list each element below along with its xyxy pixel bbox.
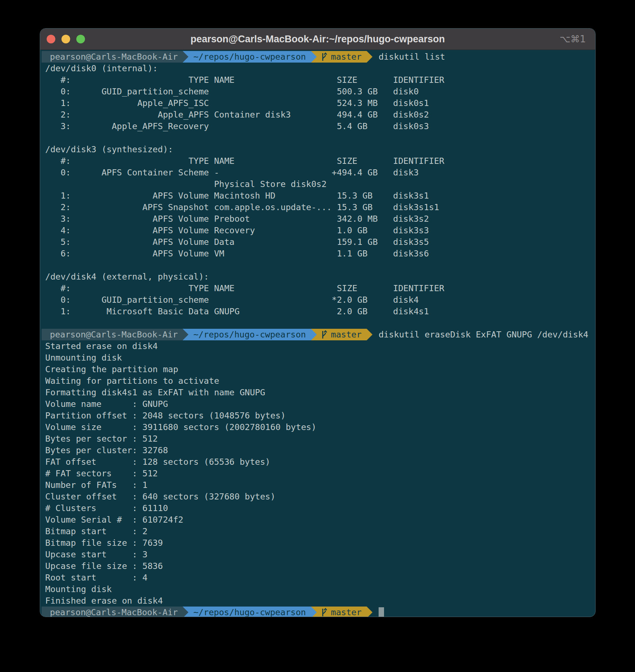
powerline-arrow-icon	[311, 607, 317, 617]
window-shortcut-badge: ⌥⌘1	[559, 29, 586, 50]
command-text: diskutil eraseDisk ExFAT GNUPG /dev/disk…	[372, 329, 588, 340]
prompt-cwd: ~/repos/hugo-cwpearson	[188, 51, 311, 63]
prompt-git-branch: master	[331, 607, 362, 617]
prompt-cwd: ~/repos/hugo-cwpearson	[188, 607, 311, 617]
erase-disk-output: Started erase on disk4 Unmounting disk C…	[45, 340, 595, 607]
prompt-git-branch: master	[331, 329, 362, 340]
terminal-cursor	[379, 607, 384, 617]
terminal-content[interactable]: pearson@Carls-MacBook-Air ~/repos/hugo-c…	[40, 50, 595, 617]
powerline-arrow-icon	[311, 51, 317, 63]
powerline-arrow-icon	[367, 329, 372, 340]
powerline-arrow-icon	[311, 329, 317, 340]
diskutil-list-output: /dev/disk0 (internal): #: TYPE NAME SIZE…	[45, 63, 595, 317]
git-branch-icon	[320, 52, 328, 61]
titlebar[interactable]: pearson@Carls-MacBook-Air:~/repos/hugo-c…	[40, 29, 595, 50]
prompt-git-segment: master	[317, 607, 367, 617]
window-title: pearson@Carls-MacBook-Air:~/repos/hugo-c…	[84, 29, 552, 50]
terminal-window: pearson@Carls-MacBook-Air:~/repos/hugo-c…	[40, 28, 596, 617]
powerline-arrow-icon	[183, 329, 188, 340]
powerline-arrow-icon	[367, 607, 372, 617]
powerline-arrow-icon	[183, 51, 188, 63]
close-button[interactable]	[47, 35, 55, 43]
prompt-user-host: pearson@Carls-MacBook-Air	[42, 607, 183, 617]
prompt-line-3: pearson@Carls-MacBook-Air ~/repos/hugo-c…	[42, 607, 595, 617]
prompt-git-segment: master	[317, 51, 367, 63]
prompt-user-host: pearson@Carls-MacBook-Air	[42, 329, 183, 340]
prompt-git-branch: master	[331, 51, 362, 63]
prompt-line-1: pearson@Carls-MacBook-Air ~/repos/hugo-c…	[42, 51, 595, 63]
traffic-lights	[47, 29, 85, 50]
git-branch-icon	[320, 330, 328, 339]
prompt-git-segment: master	[317, 329, 367, 340]
powerline-arrow-icon	[367, 51, 372, 63]
prompt-cwd: ~/repos/hugo-cwpearson	[188, 329, 311, 340]
prompt-line-2: pearson@Carls-MacBook-Air ~/repos/hugo-c…	[42, 329, 595, 340]
minimize-button[interactable]	[61, 35, 70, 43]
powerline-arrow-icon	[183, 607, 188, 617]
desktop-background: pearson@Carls-MacBook-Air:~/repos/hugo-c…	[0, 0, 635, 672]
command-text: diskutil list	[372, 51, 445, 63]
git-branch-icon	[320, 608, 328, 617]
prompt-user-host: pearson@Carls-MacBook-Air	[42, 51, 183, 63]
